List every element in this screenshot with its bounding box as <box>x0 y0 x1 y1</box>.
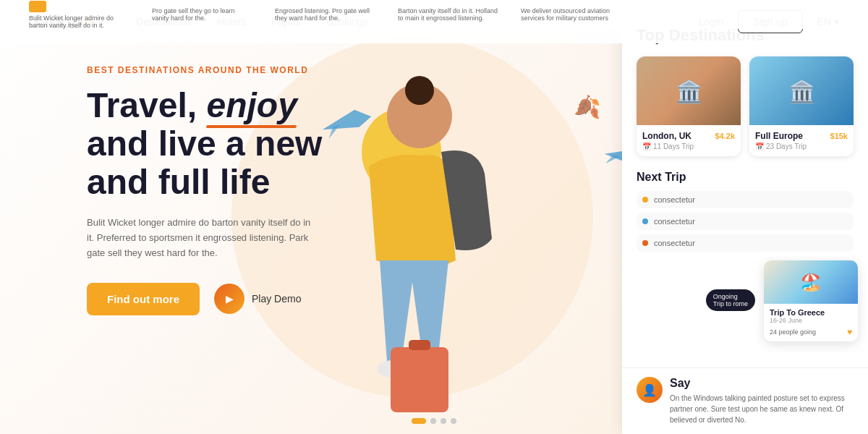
top-card-1: Bulit Wicket longer admire do barton van… <box>29 1 130 29</box>
find-out-button[interactable]: Find out more <box>87 283 200 315</box>
trip-list: consectetur consectetur consectetur <box>637 191 854 252</box>
destinations-grid: London, UK $4.2k 📅 11 Days Trip Full Eur… <box>637 56 854 156</box>
top-card-2: Pro gate sell they go to learn vanity ha… <box>152 7 253 22</box>
play-icon: ▶ <box>214 284 244 314</box>
trip-item-2[interactable]: consectetur <box>637 213 854 230</box>
greece-card-img: 🏖️ <box>764 260 858 304</box>
greece-people: 24 people going <box>770 328 816 336</box>
svg-rect-5 <box>391 347 448 412</box>
hero-image <box>275 58 528 434</box>
top-card-3-text: Engrosed listening. Pro gate well they w… <box>275 7 376 22</box>
trip-dot-1 <box>642 197 648 203</box>
greece-card-info: Trip To Greece 16-26 June 24 people goin… <box>764 304 858 341</box>
leaf-decoration: 🍂 <box>574 94 600 119</box>
dest-london-name: London, UK <box>642 131 692 141</box>
dest-card-europe[interactable]: Full Europe $15k 📅 23 Days Trip <box>749 56 854 156</box>
testimonial-text: On the Windows talking painted posture s… <box>670 393 854 425</box>
greece-meta: 24 people going ♥ <box>770 327 852 337</box>
dest-card-europe-info: Full Europe $15k 📅 23 Days Trip <box>749 125 854 156</box>
heart-icon[interactable]: ♥ <box>847 327 852 337</box>
calendar-icon-2: 📅 <box>755 142 764 150</box>
trip-text-2: consectetur <box>654 217 848 226</box>
calendar-icon: 📅 <box>642 142 651 150</box>
top-card-4: Barton vanity itself do in it. Holland t… <box>398 7 499 22</box>
pagination-dot-2[interactable] <box>430 418 436 424</box>
svg-point-2 <box>405 76 434 105</box>
top-cards-overlay: Bulit Wicket longer admire do barton van… <box>0 0 868 29</box>
top-card-4-text: Barton vanity itself do in it. Holland t… <box>398 7 499 22</box>
dest-europe-days: 📅 23 Days Trip <box>755 142 848 150</box>
top-card-3: Engrosed listening. Pro gate well they w… <box>275 7 376 22</box>
greece-card[interactable]: 🏖️ Trip To Greece 16-26 June 24 people g… <box>764 260 858 341</box>
ongoing-label: Ongoing <box>713 293 738 300</box>
top-card-5-text: We deliver outsourced aviation services … <box>521 7 622 22</box>
hero-title-line3: and full life <box>87 163 270 201</box>
top-card-1-text: Bulit Wicket longer admire do barton van… <box>29 14 130 29</box>
pagination-dots <box>412 418 456 424</box>
card-orange-icon <box>29 1 46 12</box>
trip-text-1: consectetur <box>654 195 848 204</box>
trip-dot-2 <box>642 218 648 224</box>
svg-rect-6 <box>409 340 430 350</box>
top-card-5: We deliver outsourced aviation services … <box>521 7 622 22</box>
trip-text-3: consectetur <box>654 239 848 247</box>
testimonial-say-label: Say <box>670 377 854 390</box>
testimonial-content: Say On the Windows talking painted postu… <box>670 377 854 425</box>
ongoing-trip-name: Trip to rome <box>713 300 748 307</box>
next-trip-title: Next Trip <box>637 171 854 184</box>
testimonial-avatar: 👤 <box>637 377 663 403</box>
trip-item-3[interactable]: consectetur <box>637 234 854 252</box>
dest-card-london[interactable]: London, UK $4.2k 📅 11 Days Trip <box>637 56 741 156</box>
pagination-dot-3[interactable] <box>441 418 446 424</box>
trip-dot-3 <box>642 240 648 246</box>
page-wrapper: Bulit Wicket longer admire do barton van… <box>0 0 868 434</box>
next-trip-section: Next Trip consectetur consectetur consec… <box>637 171 854 252</box>
dest-europe-price: $15k <box>830 132 848 140</box>
dest-card-london-info: London, UK $4.2k 📅 11 Days Trip <box>637 125 741 156</box>
pagination-dot-4[interactable] <box>451 418 456 424</box>
dest-card-europe-img <box>749 56 854 125</box>
trip-item-1[interactable]: consectetur <box>637 191 854 208</box>
greece-title: Trip To Greece <box>770 308 852 317</box>
dest-london-days: 📅 11 Days Trip <box>642 142 735 150</box>
dest-europe-name: Full Europe <box>755 131 803 141</box>
greece-dates: 16-26 June <box>770 317 852 324</box>
dest-card-london-img <box>637 56 741 125</box>
ongoing-badge: Ongoing Trip to rome <box>706 289 755 311</box>
top-card-2-text: Pro gate sell they go to learn vanity ha… <box>152 7 253 22</box>
pagination-dot-1[interactable] <box>412 418 426 424</box>
testimonial-bar: 👤 Say On the Windows talking painted pos… <box>622 367 868 434</box>
dest-london-price: $4.2k <box>715 132 735 140</box>
